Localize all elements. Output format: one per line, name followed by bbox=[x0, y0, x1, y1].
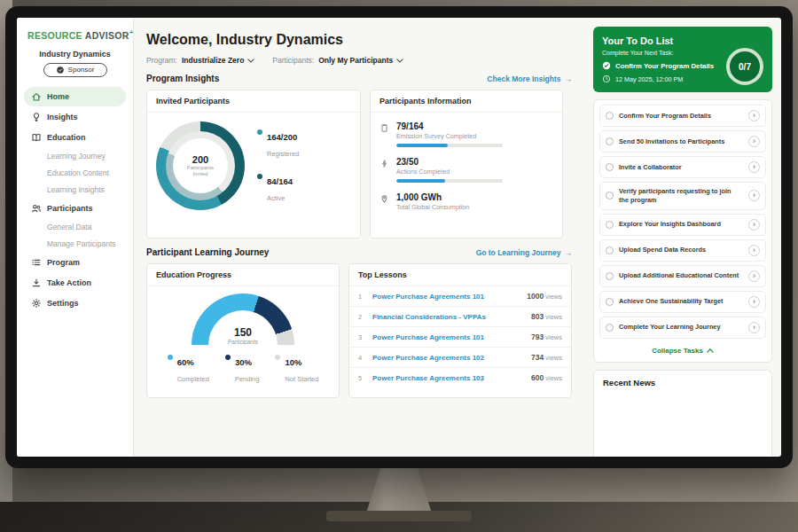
lesson-link[interactable]: Power Purchase Agreements 101 bbox=[372, 293, 520, 301]
chevron-right-icon[interactable]: › bbox=[748, 161, 760, 173]
arrow-right-icon: → bbox=[565, 248, 573, 257]
legend-pending: 30% Pending bbox=[225, 353, 260, 385]
task-row[interactable]: Confirm Your Program Details › bbox=[599, 105, 766, 127]
task-row[interactable]: Verify participants requesting to join t… bbox=[599, 182, 766, 210]
invited-legend: 164/200 Registered 84/164 Active bbox=[257, 128, 299, 204]
todo-title: Your To Do List bbox=[602, 35, 763, 46]
todo-progress-ring: 0/7 bbox=[726, 48, 763, 85]
dashboard-screen: RESOURCE ADVISOR+ Industry Dynamics Spon… bbox=[17, 18, 781, 457]
sidebar-item-settings[interactable]: Settings bbox=[24, 293, 126, 313]
task-checkbox[interactable] bbox=[606, 324, 614, 332]
task-row[interactable]: Upload Additional Educational Content › bbox=[599, 265, 766, 287]
task-checkbox[interactable] bbox=[606, 246, 614, 254]
task-checkbox[interactable] bbox=[606, 221, 614, 229]
lesson-link[interactable]: Power Purchase Agreements 103 bbox=[372, 374, 524, 382]
card-title: Top Lessons bbox=[349, 264, 571, 286]
education-gauge-center: 150 Participants bbox=[192, 326, 294, 345]
arrow-right-icon: → bbox=[565, 74, 573, 83]
legend-dot bbox=[257, 174, 262, 179]
sidebar-item-participants[interactable]: Participants bbox=[24, 199, 126, 218]
task-checkbox[interactable] bbox=[606, 137, 614, 145]
location-pin-icon bbox=[379, 194, 389, 204]
program-filter-label: Program: bbox=[146, 56, 177, 65]
recent-news-card: Recent News bbox=[593, 370, 772, 457]
sidebar-item-take-action[interactable]: Take Action bbox=[24, 273, 126, 293]
sidebar-item-education-content[interactable]: Education Content bbox=[24, 165, 126, 181]
lesson-link[interactable]: Power Purchase Agreements 102 bbox=[372, 354, 524, 362]
task-checkbox[interactable] bbox=[606, 112, 614, 120]
card-title: Participants Information bbox=[371, 90, 562, 113]
task-checkbox[interactable] bbox=[606, 272, 614, 280]
invited-donut: 200 Participants Invited bbox=[156, 121, 245, 210]
home-icon bbox=[31, 91, 42, 102]
sidebar-item-insights[interactable]: Insights bbox=[24, 107, 126, 127]
chevron-right-icon[interactable]: › bbox=[748, 270, 760, 282]
chevron-down-icon bbox=[247, 59, 254, 63]
todo-next-task[interactable]: Confirm Your Program Details bbox=[602, 61, 724, 70]
card-title: Education Progress bbox=[147, 264, 339, 286]
chevron-right-icon[interactable]: › bbox=[748, 245, 760, 256]
section-title: Program Insights bbox=[146, 74, 219, 83]
chevron-up-icon bbox=[707, 348, 714, 353]
sidebar-item-home[interactable]: Home bbox=[24, 87, 126, 106]
program-filter-dropdown[interactable]: Industrialize Zero bbox=[182, 56, 254, 65]
lesson-row: 3 Power Purchase Agreements 101 793views bbox=[349, 327, 571, 348]
sidebar-item-learning-journey[interactable]: Learning Journey bbox=[24, 148, 126, 164]
sponsor-icon bbox=[56, 66, 65, 74]
lesson-row: 1 Power Purchase Agreements 101 1000view… bbox=[349, 286, 571, 307]
filter-bar: Program: Industrialize Zero Participants… bbox=[146, 56, 572, 65]
lesson-link[interactable]: Financial Considerations - VPPAs bbox=[372, 313, 524, 321]
legend-dot bbox=[275, 355, 280, 360]
legend-active: 84/164 Active bbox=[257, 172, 299, 204]
task-row[interactable]: Invite a Collaborator › bbox=[599, 156, 766, 178]
task-checkbox[interactable] bbox=[606, 298, 614, 306]
insights-cards-row: Invited Participants 200 Participants In… bbox=[146, 90, 572, 239]
logo-advisor: ADVISOR bbox=[85, 30, 129, 41]
chevron-right-icon[interactable]: › bbox=[748, 219, 760, 231]
chevron-right-icon[interactable]: › bbox=[748, 296, 760, 308]
program-insights-header: Program Insights Check More Insights → bbox=[146, 74, 572, 83]
lesson-link[interactable]: Power Purchase Agreements 101 bbox=[372, 333, 524, 341]
sponsor-badge[interactable]: Sponsor bbox=[43, 63, 107, 77]
lesson-row: 4 Power Purchase Agreements 102 734views bbox=[349, 348, 571, 368]
education-gauge: 150 Participants bbox=[192, 293, 294, 345]
legend-dot bbox=[225, 355, 231, 360]
check-more-insights-link[interactable]: Check More Insights → bbox=[487, 74, 572, 83]
task-row[interactable]: Complete Your Learning Journey › bbox=[599, 317, 766, 339]
chevron-right-icon[interactable]: › bbox=[748, 190, 760, 201]
page-title: Welcome, Industry Dynamics bbox=[146, 32, 572, 48]
participants-filter-dropdown[interactable]: Only My Participants bbox=[318, 56, 403, 65]
chevron-right-icon[interactable]: › bbox=[748, 136, 760, 147]
program-filter: Program: Industrialize Zero bbox=[146, 56, 254, 65]
go-to-learning-journey-link[interactable]: Go to Learning Journey → bbox=[476, 248, 572, 257]
todo-card: Your To Do List Complete Your Next Task:… bbox=[593, 27, 772, 92]
task-row[interactable]: Achieve One Sustainability Target › bbox=[599, 291, 766, 313]
progress-fill bbox=[396, 144, 448, 147]
sidebar-item-program[interactable]: Program bbox=[24, 253, 126, 272]
logo-resource: RESOURCE bbox=[27, 30, 82, 41]
collapse-tasks-button[interactable]: Collapse Tasks bbox=[599, 342, 766, 360]
participants-filter: Participants: Only My Participants bbox=[272, 56, 403, 65]
learning-journey-header: Participant Learning Journey Go to Learn… bbox=[146, 247, 572, 257]
sidebar-item-general-data[interactable]: General Data bbox=[24, 219, 126, 235]
progress-fill bbox=[396, 179, 445, 183]
task-row[interactable]: Upload Spend Data Records › bbox=[599, 239, 766, 262]
task-checkbox[interactable] bbox=[606, 163, 614, 171]
lesson-row: 5 Power Purchase Agreements 103 600views bbox=[349, 368, 571, 387]
top-lessons-card: Top Lessons 1 Power Purchase Agreements … bbox=[348, 263, 572, 398]
monitor-bezel: RESOURCE ADVISOR+ Industry Dynamics Spon… bbox=[5, 6, 793, 468]
legend-not-started: 10% Not Started bbox=[275, 353, 318, 385]
sidebar-item-education[interactable]: Education bbox=[24, 128, 126, 147]
chevron-right-icon[interactable]: › bbox=[748, 322, 760, 333]
task-row[interactable]: Send 50 Invitations to Participants › bbox=[599, 130, 766, 153]
task-row[interactable]: Explore Your Insights Dashboard › bbox=[599, 214, 766, 236]
clipboard-icon bbox=[379, 123, 389, 133]
todo-panel: Your To Do List Complete Your Next Task:… bbox=[584, 18, 781, 457]
sidebar-item-learning-insights[interactable]: Learning Insights bbox=[24, 182, 126, 198]
stat-consumption: 1,000 GWh Total Global Consumption bbox=[379, 192, 553, 215]
chevron-right-icon[interactable]: › bbox=[748, 110, 760, 121]
stat-actions: 23/50 Actions Completed bbox=[379, 157, 553, 183]
task-checkbox[interactable] bbox=[606, 192, 614, 200]
sidebar-item-manage-participants[interactable]: Manage Participants bbox=[24, 236, 126, 252]
progress-bar bbox=[396, 144, 503, 147]
